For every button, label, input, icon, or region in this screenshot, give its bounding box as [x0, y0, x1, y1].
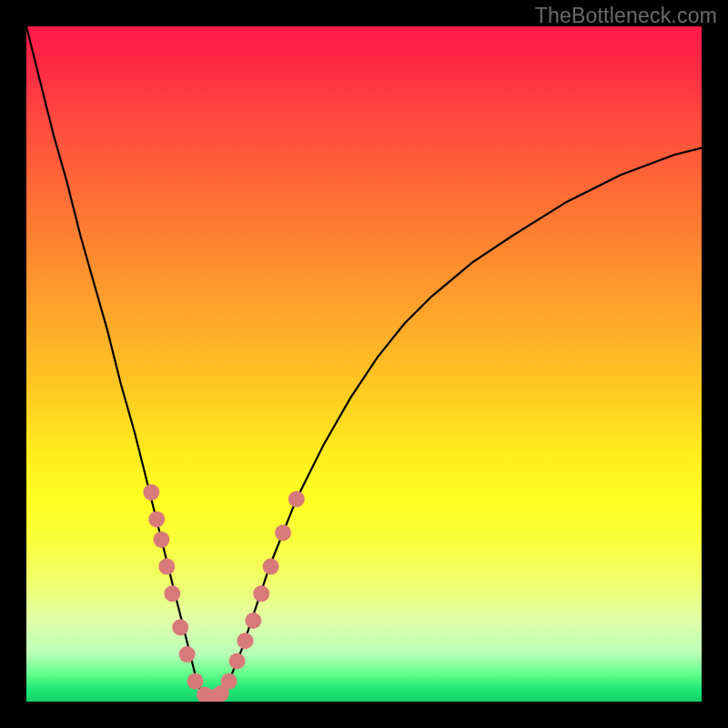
- data-marker: [275, 525, 291, 541]
- data-marker: [187, 673, 204, 690]
- bottleneck-curve: [26, 26, 702, 702]
- data-marker: [148, 511, 165, 528]
- data-marker: [158, 559, 175, 575]
- data-marker: [153, 531, 169, 548]
- data-marker: [253, 585, 269, 602]
- marker-group: [143, 484, 304, 702]
- data-marker: [288, 490, 305, 507]
- data-marker: [245, 612, 261, 629]
- chart-svg: [26, 26, 702, 702]
- data-marker: [221, 673, 238, 690]
- data-marker: [179, 646, 196, 662]
- plot-area: [26, 26, 702, 702]
- data-marker: [229, 653, 246, 670]
- data-marker: [143, 484, 159, 500]
- watermark-text: TheBottleneck.com: [535, 4, 717, 28]
- data-marker: [263, 559, 279, 575]
- data-marker: [172, 619, 188, 635]
- data-marker: [237, 632, 253, 649]
- outer-frame: TheBottleneck.com: [0, 0, 728, 728]
- data-marker: [164, 585, 180, 602]
